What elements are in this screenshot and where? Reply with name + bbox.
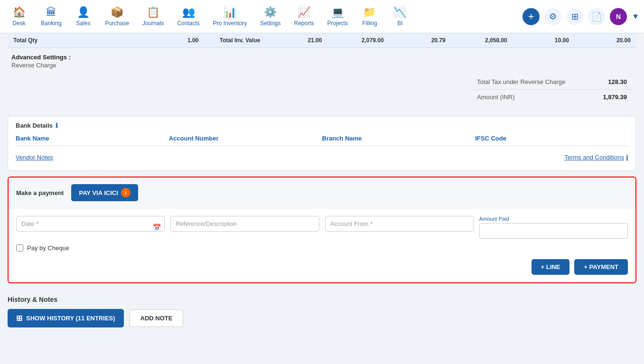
nav-item-purchase-label: Purchase <box>105 20 129 27</box>
date-input[interactable] <box>16 216 165 232</box>
payment-button[interactable]: + PAYMENT <box>574 259 628 275</box>
nav-item-banking-label: Banking <box>41 20 61 27</box>
history-notes-title: History & Notes <box>8 293 636 306</box>
payment-body: 📅 Amount Paid 1879.39 Pay by <box>9 208 635 282</box>
reverse-charge-total-label: Total Tax under Reverse Charge <box>477 78 565 85</box>
nav-item-projects-label: Projects <box>327 20 348 27</box>
desk-icon: 🏠 <box>13 6 26 19</box>
reverse-charge-total-value: 128.30 <box>608 78 627 85</box>
pay-by-cheque-row: Pay by Cheque <box>16 244 628 252</box>
advanced-settings: Advanced Settings : Reverse Charge <box>8 48 636 71</box>
bank-name-col: Bank Name <box>16 135 169 142</box>
nav-item-contacts-label: Contacts <box>177 20 199 27</box>
totals-col5: 10.00 <box>507 37 569 44</box>
nav-item-purchase[interactable]: 📦 Purchase <box>99 3 135 29</box>
totals-col6: 20.00 <box>569 37 631 44</box>
nav-item-reports-label: Reports <box>294 20 314 27</box>
icici-logo-icon: i <box>121 188 131 197</box>
reference-input[interactable] <box>170 216 319 232</box>
nav-item-banking[interactable]: 🏛 Banking <box>35 3 67 29</box>
pay-via-icici-button[interactable]: PAY VIA ICICI i <box>71 184 138 201</box>
totals-row: Total Qty 1.00 Total Inv. Value 21.00 2,… <box>8 33 636 48</box>
reference-field <box>170 216 319 239</box>
purchase-icon: 📦 <box>111 6 123 19</box>
nav-item-filling[interactable]: 📁 Filling <box>355 3 384 29</box>
amount-paid-input[interactable]: 1879.39 <box>479 223 628 239</box>
nav-item-projects[interactable]: 💻 Projects <box>322 3 354 29</box>
add-button[interactable]: + <box>523 8 540 25</box>
totals-col4: 2,058.00 <box>446 37 507 44</box>
make-a-payment-label: Make a payment <box>16 189 64 196</box>
account-number-col: Account Number <box>169 135 322 142</box>
payment-header: Make a payment PAY VIA ICICI i <box>9 177 635 208</box>
bi-icon: 📉 <box>393 6 406 19</box>
total-qty-label: Total Qty <box>13 37 75 44</box>
nav-item-filling-label: Filling <box>362 20 377 27</box>
settings-icon: ⚙️ <box>264 6 277 19</box>
amount-paid-field: Amount Paid 1879.39 <box>479 216 628 239</box>
totals-summary: Total Tax under Reverse Charge 128.30 Am… <box>8 71 636 112</box>
grid-history-icon: ⊞ <box>16 314 22 323</box>
reverse-charge-label: Reverse Charge <box>11 62 633 69</box>
notes-row: Vendor Notes Terms and Conditions ℹ <box>16 150 628 165</box>
account-number-label: Account Number <box>169 135 219 142</box>
grid-button[interactable]: ⊞ <box>566 8 583 25</box>
pay-by-cheque-checkbox[interactable] <box>16 244 23 252</box>
bank-name-label: Bank Name <box>16 135 49 142</box>
reverse-charge-row: Total Tax under Reverse Charge 128.30 <box>471 75 633 89</box>
account-from-field <box>325 216 474 239</box>
line-button[interactable]: + LINE <box>532 259 570 275</box>
chevron-down-icon[interactable]: ▼ <box>632 12 639 21</box>
nav-item-pro-inventory[interactable]: 📊 Pro Inventory <box>207 3 252 29</box>
totals-col2: 2,079.00 <box>322 37 383 44</box>
nav-item-settings-label: Settings <box>260 20 280 27</box>
top-navigation: 🏠 Desk 🏛 Banking 👤 Sales 📦 Purchase 📋 Jo… <box>0 0 644 33</box>
add-note-button[interactable]: ADD NOTE <box>130 309 184 327</box>
pro-inventory-icon: 📊 <box>224 6 236 19</box>
contacts-icon: 👥 <box>182 6 195 19</box>
payment-actions: + LINE + PAYMENT <box>16 259 628 275</box>
nav-item-bi[interactable]: 📉 BI <box>386 3 414 29</box>
vendor-notes-link[interactable]: Vendor Notes <box>16 154 564 161</box>
ifsc-code-col: IFSC Code <box>475 135 628 142</box>
nav-item-contacts[interactable]: 👥 Contacts <box>171 3 205 29</box>
nav-item-desk[interactable]: 🏠 Desk <box>5 3 33 29</box>
date-field: 📅 <box>16 216 165 239</box>
nav-item-journals[interactable]: 📋 Journals <box>137 3 169 29</box>
document-button[interactable]: 📄 <box>588 8 605 25</box>
bank-details-cols: Bank Name Account Number Branch Name IFS… <box>16 135 628 142</box>
avatar: N <box>610 8 627 25</box>
nav-items: 🏠 Desk 🏛 Banking 👤 Sales 📦 Purchase 📋 Jo… <box>5 3 523 29</box>
nav-item-reports[interactable]: 📈 Reports <box>289 3 320 29</box>
bank-details-title: Bank Details <box>16 122 53 129</box>
total-inv-value-label: Total Inv. Value <box>198 37 260 44</box>
nav-item-pro-inventory-label: Pro Inventory <box>213 20 247 27</box>
bank-details-info-icon: ℹ <box>56 122 58 129</box>
advanced-settings-title: Advanced Settings : <box>11 54 633 61</box>
amount-paid-label: Amount Paid <box>479 216 628 222</box>
nav-item-sales-label: Sales <box>76 20 90 27</box>
terms-label: Terms and Conditions <box>564 154 624 161</box>
ifsc-code-label: IFSC Code <box>475 135 506 142</box>
nav-item-desk-label: Desk <box>12 20 25 27</box>
branch-name-label: Branch Name <box>322 135 362 142</box>
terms-link[interactable]: Terms and Conditions ℹ <box>564 154 628 161</box>
bank-details-header: Bank Details ℹ <box>16 122 628 129</box>
totals-col1: 21.00 <box>260 37 322 44</box>
settings-gear-button[interactable]: ⚙ <box>544 8 561 25</box>
history-buttons: ⊞ SHOW HISTORY (11 ENTRIES) ADD NOTE <box>8 309 636 327</box>
bank-details-section: Bank Details ℹ Bank Name Account Number … <box>8 116 636 171</box>
banking-icon: 🏛 <box>46 6 56 19</box>
filling-icon: 📁 <box>363 6 376 19</box>
nav-item-settings[interactable]: ⚙️ Settings <box>254 3 286 29</box>
amount-inr-value: 1,879.39 <box>603 93 627 101</box>
pay-by-cheque-label: Pay by Cheque <box>27 244 69 252</box>
account-from-input[interactable] <box>325 216 474 232</box>
show-history-button[interactable]: ⊞ SHOW HISTORY (11 ENTRIES) <box>8 309 124 327</box>
main-content: Total Qty 1.00 Total Inv. Value 21.00 2,… <box>0 33 644 339</box>
sales-icon: 👤 <box>77 6 90 19</box>
payment-fields: 📅 Amount Paid 1879.39 <box>16 216 628 239</box>
nav-item-sales[interactable]: 👤 Sales <box>69 3 97 29</box>
amount-inr-row: Amount (INR) 1,879.39 <box>471 89 633 104</box>
total-qty-value: 1.00 <box>137 37 198 44</box>
